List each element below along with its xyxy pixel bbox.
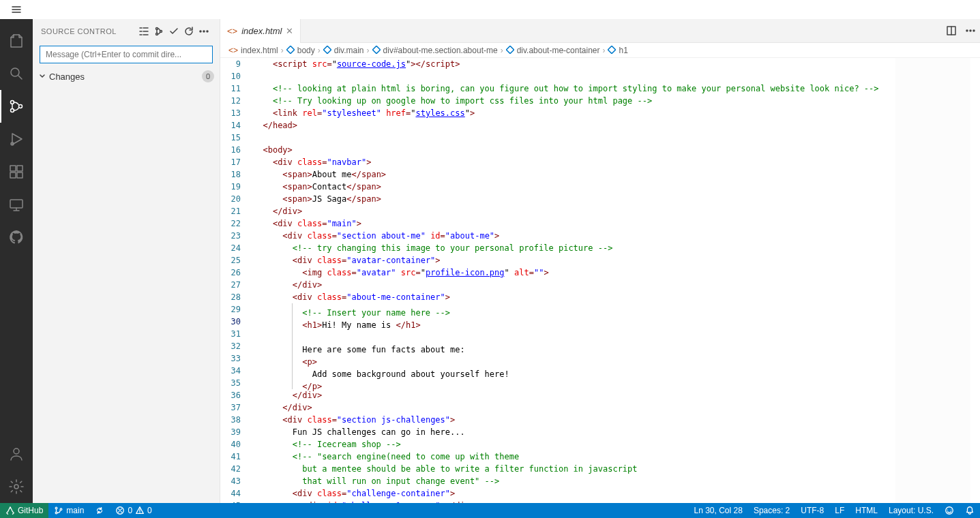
tab-index-html[interactable]: <> index.html ✕ [220,19,301,43]
svg-rect-6 [17,166,23,171]
svg-point-16 [203,31,205,32]
sb-layout[interactable]: Layout: U.S. [883,503,939,518]
svg-rect-7 [10,172,16,178]
svg-rect-22 [286,46,294,53]
editor-tabs: <> index.html ✕ [220,19,980,43]
sidebar-title: SOURCE CONTROL [41,27,136,35]
changes-label: Changes [49,72,202,82]
settings-gear-icon[interactable] [0,470,33,503]
more-actions-icon[interactable] [961,21,980,40]
breadcrumb-item[interactable]: h1 [608,46,627,55]
svg-point-17 [207,31,208,32]
activity-bar [0,19,33,503]
svg-rect-23 [323,46,331,53]
svg-point-10 [14,448,19,454]
svg-point-0 [11,68,19,76]
run-debug-icon[interactable] [0,123,33,155]
search-icon[interactable] [0,57,33,90]
commit-icon[interactable] [151,24,166,39]
sb-problems[interactable]: 0 0 [110,503,157,518]
svg-point-11 [14,485,18,489]
svg-point-15 [200,31,201,32]
breadcrumb[interactable]: <>index.html›body›div.main›div#about-me.… [220,43,980,58]
svg-rect-8 [17,172,23,178]
remote-icon[interactable] [0,188,33,221]
breadcrumb-item[interactable]: div#about-me.section.about-me [372,46,498,55]
svg-rect-5 [10,166,16,171]
commit-message-box [40,46,213,63]
svg-rect-9 [10,200,23,208]
code-editor[interactable]: 9101112131415161718192021222324252627282… [220,58,980,503]
svg-rect-26 [608,46,616,53]
extensions-icon[interactable] [0,155,33,188]
menu-button[interactable] [0,0,33,19]
sb-bell-icon[interactable] [960,503,980,518]
sb-github[interactable]: GitHub [0,503,48,518]
svg-point-19 [966,30,968,31]
breadcrumb-item[interactable]: div.main [323,46,364,55]
sb-lang[interactable]: HTML [850,503,883,518]
svg-point-20 [970,30,971,31]
html-file-icon: <> [227,26,237,36]
sb-branch[interactable]: main [48,503,89,518]
more-icon[interactable] [196,24,211,39]
svg-rect-24 [372,46,380,53]
breadcrumb-item[interactable]: <>index.html [228,46,278,55]
tab-filename: index.html [241,26,282,36]
account-icon[interactable] [0,438,33,470]
sb-sync[interactable] [89,503,110,518]
status-bar: GitHub main 0 0 Ln 30, Col 28 Spaces: 2 … [0,503,980,518]
editor-area: <> index.html ✕ <>index.html›body›div.ma… [220,19,980,503]
svg-point-3 [19,105,23,108]
sb-eol[interactable]: LF [829,503,850,518]
source-control-sidebar: SOURCE CONTROL Changes 0 [33,19,220,503]
svg-rect-25 [506,46,514,53]
github-icon[interactable] [0,221,33,254]
breadcrumb-item[interactable]: body [286,46,315,55]
breadcrumb-item[interactable]: div.about-me-container [506,46,600,55]
source-control-icon[interactable] [0,90,33,123]
split-editor-icon[interactable] [942,21,961,40]
changes-row[interactable]: Changes 0 [33,67,220,85]
explorer-icon[interactable] [0,25,33,57]
sb-ln-col[interactable]: Ln 30, Col 28 [689,503,748,518]
changes-count-badge: 0 [202,70,214,82]
sb-spaces[interactable]: Spaces: 2 [748,503,795,518]
svg-point-21 [973,30,975,31]
view-tree-icon[interactable] [136,24,151,39]
refresh-icon[interactable] [181,24,196,39]
sb-encoding[interactable]: UTF-8 [795,503,829,518]
close-tab-icon[interactable]: ✕ [286,26,293,36]
commit-message-input[interactable] [40,46,213,63]
titlebar [0,0,980,19]
sb-feedback-icon[interactable] [939,503,960,518]
chevron-down-icon [38,72,49,82]
checkmark-icon[interactable] [166,24,181,39]
